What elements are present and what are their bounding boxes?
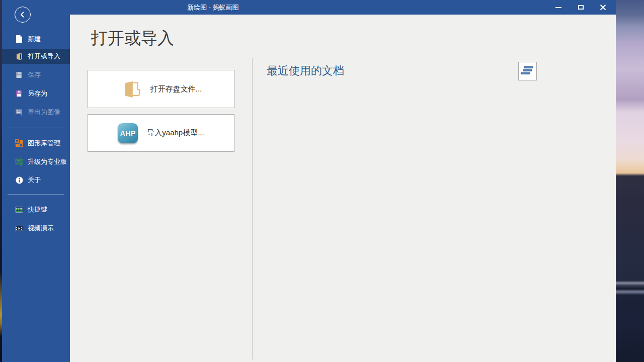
open-folder-icon	[15, 52, 23, 60]
sidebar-item-shape-library[interactable]: 图形库管理	[2, 136, 70, 151]
sidebar-item-label: 快捷键	[28, 205, 47, 214]
sidebar-item-label: 打开或导入	[28, 52, 60, 61]
sidebar-item-save[interactable]: 保存	[2, 67, 70, 82]
open-file-button[interactable]: 打开存盘文件...	[88, 70, 234, 108]
sidebar-item-new[interactable]: 新建	[2, 32, 70, 47]
import-yaahp-button[interactable]: AHP 导入yaahp模型...	[88, 114, 234, 152]
save-floppy-icon	[15, 71, 23, 79]
window-controls	[547, 0, 614, 15]
sidebar-item-label: 视频演示	[28, 224, 54, 233]
open-file-label: 打开存盘文件...	[150, 84, 202, 94]
sidebar-divider	[8, 194, 64, 195]
sidebar-item-shortcuts[interactable]: 快捷键	[2, 202, 70, 217]
backstage-content: 打开或导入 打开存盘文件... AHP 导入yaahp模型... 最近使用的文档	[70, 15, 616, 362]
sidebar-item-label: 关于	[28, 175, 41, 185]
shape-library-icon	[15, 139, 23, 147]
info-icon	[15, 176, 23, 184]
app-window: 新绘图 - 蚂蚁画图	[2, 0, 616, 362]
upgrade-pro-icon	[15, 158, 23, 166]
close-icon	[600, 4, 606, 11]
keyboard-icon	[15, 206, 23, 214]
backstage-sidebar: 新建 打开或导入 保存	[2, 0, 70, 362]
sidebar-item-label: 导出为图像	[28, 108, 60, 117]
ahp-model-icon: AHP	[118, 123, 138, 143]
video-demo-icon	[15, 224, 23, 232]
close-button[interactable]	[592, 0, 614, 15]
minimize-icon	[555, 7, 561, 8]
sidebar-divider	[8, 128, 64, 128]
content-divider	[252, 58, 253, 359]
sidebar-item-save-as[interactable]: 另存为	[2, 86, 70, 101]
minimize-button[interactable]	[547, 0, 570, 15]
sidebar-item-upgrade-pro[interactable]: 升级为专业版	[2, 154, 70, 169]
back-button[interactable]	[15, 7, 31, 23]
save-as-floppy-icon	[15, 89, 23, 98]
maximize-button[interactable]	[570, 0, 592, 15]
sidebar-item-video-demo[interactable]: 视频演示	[2, 221, 70, 236]
sidebar-item-label: 新建	[28, 35, 41, 44]
page-title: 打开或导入	[91, 28, 174, 48]
sidebar-item-about[interactable]: 关于	[2, 172, 70, 188]
import-yaahp-label: 导入yaahp模型...	[147, 128, 204, 138]
titlebar: 新绘图 - 蚂蚁画图	[2, 0, 616, 15]
open-file-folder-icon	[120, 77, 141, 101]
window-title: 新绘图 - 蚂蚁画图	[187, 0, 239, 15]
sidebar-item-export-image[interactable]: 导出为图像	[2, 105, 70, 120]
sidebar-item-label: 另存为	[28, 89, 47, 98]
sidebar-item-open-import[interactable]: 打开或导入	[2, 49, 70, 64]
sidebar-item-label: 升级为专业版	[28, 157, 67, 166]
list-lines-icon	[524, 66, 533, 68]
export-image-icon	[15, 108, 23, 116]
recent-documents-title: 最近使用的文档	[267, 63, 344, 78]
new-document-icon	[15, 35, 23, 43]
back-chevron-icon	[19, 11, 26, 18]
sidebar-item-label: 图形库管理	[28, 139, 60, 148]
maximize-icon	[578, 5, 584, 10]
sidebar-item-label: 保存	[28, 70, 41, 79]
recent-list-sort-button[interactable]	[518, 62, 537, 80]
